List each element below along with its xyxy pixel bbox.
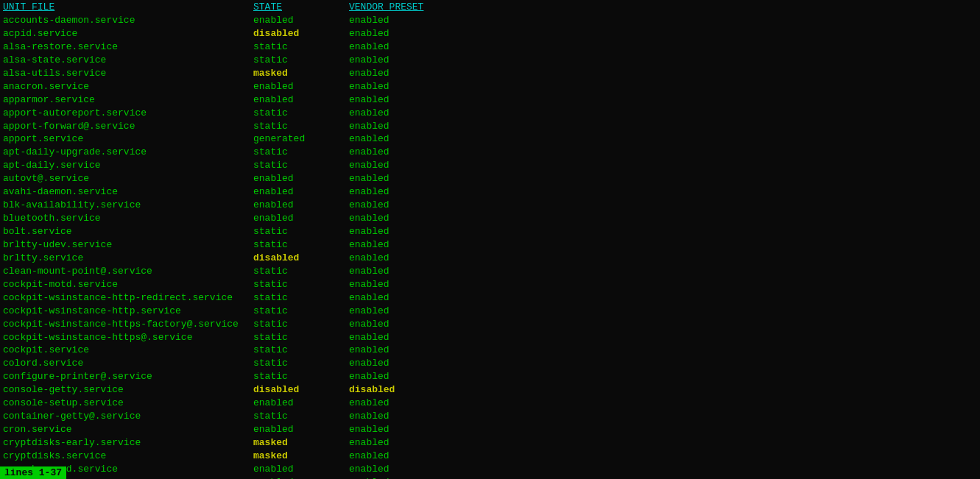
vendor-preset-cell: enabled bbox=[349, 185, 389, 199]
state-cell: disabled bbox=[253, 383, 349, 397]
unit-file-cell: autovt@.service bbox=[3, 172, 253, 185]
vendor-preset-cell: enabled bbox=[349, 265, 389, 278]
unit-file-cell: brltty.service bbox=[3, 252, 253, 265]
vendor-preset-cell: enabled bbox=[349, 146, 389, 159]
table-row: apport.servicegeneratedenabled bbox=[3, 132, 977, 146]
unit-file-cell: cron.service bbox=[3, 423, 253, 436]
unit-file-cell: apparmor.service bbox=[3, 93, 253, 107]
unit-file-cell: colord.service bbox=[3, 357, 253, 370]
state-cell: enabled bbox=[253, 199, 349, 212]
table-row: autovt@.serviceenabledenabled bbox=[3, 172, 977, 185]
vendor-preset-cell: enabled bbox=[349, 120, 389, 133]
unit-file-cell: avahi-daemon.service bbox=[3, 185, 253, 199]
state-cell: static bbox=[253, 265, 349, 278]
table-row: apt-daily.servicestaticenabled bbox=[3, 159, 977, 172]
table-row: alsa-utils.servicemaskedenabled bbox=[3, 67, 977, 80]
unit-file-cell: cockpit-wsinstance-http-redirect.service bbox=[3, 291, 253, 305]
unit-file-cell: container-getty@.service bbox=[3, 410, 253, 423]
unit-file-cell: bluetooth.service bbox=[3, 212, 253, 225]
state-cell: static bbox=[253, 238, 349, 252]
vendor-preset-cell: enabled bbox=[349, 357, 389, 370]
unit-file-cell: apport-forward@.service bbox=[3, 120, 253, 133]
table-row: accounts-daemon.serviceenabledenabled bbox=[3, 14, 977, 27]
table-row: apparmor.serviceenabledenabled bbox=[3, 93, 977, 107]
state-cell: enabled bbox=[253, 212, 349, 225]
vendor-preset-cell: enabled bbox=[349, 450, 389, 463]
table-row: brltty-udev.servicestaticenabled bbox=[3, 238, 977, 252]
table-row: cryptdisks-early.servicemaskedenabled bbox=[3, 436, 977, 450]
table-row: cockpit-motd.servicestaticenabled bbox=[3, 278, 977, 291]
table-row: cups.serviceenabledenabled bbox=[3, 476, 977, 479]
state-cell: disabled bbox=[253, 27, 349, 40]
header-state: STATE bbox=[253, 1, 349, 13]
state-cell: static bbox=[253, 146, 349, 159]
state-cell: static bbox=[253, 107, 349, 120]
vendor-preset-cell: enabled bbox=[349, 80, 389, 93]
state-cell: static bbox=[253, 120, 349, 133]
vendor-preset-cell: enabled bbox=[349, 93, 389, 107]
state-cell: static bbox=[253, 357, 349, 370]
state-cell: static bbox=[253, 278, 349, 291]
table-row: container-getty@.servicestaticenabled bbox=[3, 410, 977, 423]
table-row: clean-mount-point@.servicestaticenabled bbox=[3, 265, 977, 278]
state-cell: enabled bbox=[253, 423, 349, 436]
unit-file-cell: acpid.service bbox=[3, 27, 253, 40]
table-row: cockpit-wsinstance-http-redirect.service… bbox=[3, 291, 977, 305]
table-row: bluetooth.serviceenabledenabled bbox=[3, 212, 977, 225]
vendor-preset-cell: enabled bbox=[349, 436, 389, 450]
vendor-preset-cell: enabled bbox=[349, 463, 389, 476]
state-cell: enabled bbox=[253, 80, 349, 93]
state-cell: static bbox=[253, 54, 349, 67]
table-row: blk-availability.serviceenabledenabled bbox=[3, 199, 977, 212]
unit-file-cell: cockpit-wsinstance-https@.service bbox=[3, 331, 253, 344]
table-row: cockpit-wsinstance-https-factory@.servic… bbox=[3, 318, 977, 331]
table-row: configure-printer@.servicestaticenabled bbox=[3, 370, 977, 383]
unit-file-cell: alsa-state.service bbox=[3, 54, 253, 67]
state-cell: static bbox=[253, 331, 349, 344]
table-row: brltty.servicedisabledenabled bbox=[3, 252, 977, 265]
state-cell: static bbox=[253, 291, 349, 305]
table-row: cockpit-wsinstance-http.servicestaticena… bbox=[3, 305, 977, 318]
unit-file-cell: blk-availability.service bbox=[3, 199, 253, 212]
table-row: acpid.servicedisabledenabled bbox=[3, 27, 977, 40]
table-row: apt-daily-upgrade.servicestaticenabled bbox=[3, 146, 977, 159]
unit-file-cell: cockpit-wsinstance-http.service bbox=[3, 305, 253, 318]
vendor-preset-cell: enabled bbox=[349, 159, 389, 172]
vendor-preset-cell: enabled bbox=[349, 40, 389, 54]
unit-file-cell: cryptdisks-early.service bbox=[3, 436, 253, 450]
state-cell: enabled bbox=[253, 172, 349, 185]
unit-file-cell: clean-mount-point@.service bbox=[3, 265, 253, 278]
table-row: alsa-restore.servicestaticenabled bbox=[3, 40, 977, 54]
vendor-preset-cell: enabled bbox=[349, 172, 389, 185]
unit-file-cell: configure-printer@.service bbox=[3, 370, 253, 383]
vendor-preset-cell: enabled bbox=[349, 238, 389, 252]
state-cell: enabled bbox=[253, 476, 349, 479]
state-cell: static bbox=[253, 410, 349, 423]
state-cell: enabled bbox=[253, 397, 349, 410]
vendor-preset-cell: enabled bbox=[349, 318, 389, 331]
state-cell: static bbox=[253, 344, 349, 357]
vendor-preset-cell: enabled bbox=[349, 14, 389, 27]
table-row: cups-browsed.serviceenabledenabled bbox=[3, 463, 977, 476]
unit-file-cell: alsa-restore.service bbox=[3, 40, 253, 54]
vendor-preset-cell: enabled bbox=[349, 278, 389, 291]
table-row: cron.serviceenabledenabled bbox=[3, 423, 977, 436]
state-cell: static bbox=[253, 225, 349, 238]
vendor-preset-cell: enabled bbox=[349, 132, 389, 146]
unit-file-cell: anacron.service bbox=[3, 80, 253, 93]
state-cell: static bbox=[253, 40, 349, 54]
unit-file-cell: accounts-daemon.service bbox=[3, 14, 253, 27]
vendor-preset-cell: enabled bbox=[349, 225, 389, 238]
unit-file-cell: cockpit.service bbox=[3, 344, 253, 357]
vendor-preset-cell: enabled bbox=[349, 54, 389, 67]
table-row: apport-autoreport.servicestaticenabled bbox=[3, 107, 977, 120]
state-cell: static bbox=[253, 318, 349, 331]
state-cell: masked bbox=[253, 67, 349, 80]
vendor-preset-cell: disabled bbox=[349, 383, 395, 397]
unit-file-cell: bolt.service bbox=[3, 225, 253, 238]
status-bar: lines 1-37 bbox=[0, 466, 66, 479]
vendor-preset-cell: enabled bbox=[349, 27, 389, 40]
vendor-preset-cell: enabled bbox=[349, 212, 389, 225]
table-row: anacron.serviceenabledenabled bbox=[3, 80, 977, 93]
state-cell: masked bbox=[253, 436, 349, 450]
